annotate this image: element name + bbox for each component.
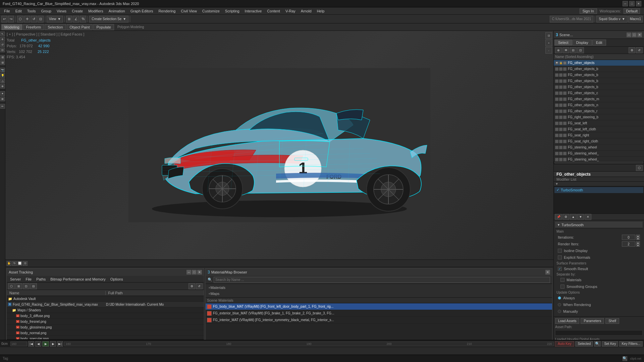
mod-tb-pin[interactable]: 📌 (555, 214, 562, 220)
am-paths[interactable]: Paths (34, 277, 48, 281)
asset-vault-row[interactable]: 📁 Autodesk Vault (7, 296, 204, 302)
key-search-btn[interactable]: 🔍 (594, 341, 601, 347)
scene-item-6[interactable]: ··· FG_other_objects_c (554, 90, 644, 96)
scene-item-7[interactable]: ··· FG_other_objects_m (554, 96, 644, 102)
asset-body3-row[interactable]: ▪ body_3_diffuse.png (7, 313, 204, 319)
menu-content[interactable]: Content (264, 8, 283, 14)
redo-button[interactable]: ↪ (8, 16, 14, 22)
menu-help[interactable]: Help (314, 8, 327, 14)
explicit-normals-cb[interactable] (558, 255, 562, 259)
scene-item-2[interactable]: · · · FG_other_objects_b (554, 66, 644, 72)
isoline-cb[interactable] (558, 249, 562, 253)
tab-freeform[interactable]: Freeform (23, 24, 44, 30)
render-iter-down[interactable]: ▼ (636, 244, 640, 247)
scene-filter-4[interactable]: ⊡ (577, 47, 584, 53)
mat-item-list[interactable]: FG_body_blue_MAT (VRayMtl) [FG_front_lef… (206, 303, 552, 346)
lt-scale[interactable]: ⊡ (0, 48, 5, 52)
scene-minimize[interactable]: ─ (627, 33, 631, 37)
tab-selection[interactable]: Selection (45, 24, 66, 30)
turbosm-section-header[interactable]: TurboSmooth (555, 222, 643, 228)
scene-item-14[interactable]: ··· FG_seat_right_cloth (554, 138, 644, 144)
percent-snap[interactable]: % (80, 16, 86, 22)
am-file[interactable]: File (23, 277, 34, 281)
materials-cb[interactable] (560, 278, 565, 282)
lt-link[interactable]: ⛓ (0, 55, 5, 60)
scene-item-3[interactable]: ··· FG_other_objects_b (554, 72, 644, 78)
scene-item-11[interactable]: ··· FG_seat_left (554, 120, 644, 126)
scene-item-16[interactable]: ··· FG_steering_wheel_ (554, 150, 644, 157)
scene-filter-2[interactable]: 👁 (562, 47, 569, 53)
scene-item-5[interactable]: ··· FG_other_objects_b (554, 84, 644, 90)
scene-item-10[interactable]: ··· FG_right_steering_b (554, 114, 644, 120)
scene-close[interactable]: ✕ (637, 33, 642, 37)
menu-modifiers[interactable]: Modifiers (86, 8, 106, 14)
scene-item-17[interactable]: ··· FG_steering_wheel_ (554, 157, 644, 161)
smooth-result-cb[interactable] (558, 267, 562, 271)
scene-tab-display[interactable]: Display (573, 40, 592, 46)
menu-tools[interactable]: Tools (24, 8, 39, 14)
scene-filter-icon[interactable]: ⬡ (636, 165, 643, 171)
prev-key-btn[interactable]: ◀ (35, 341, 41, 347)
macro1-button[interactable]: Macro1 (628, 16, 643, 22)
scene-settings[interactable]: ⚙ (629, 47, 635, 53)
turbosm-item[interactable]: ✓ TurboSmooth (554, 187, 643, 193)
window-controls[interactable]: ─ □ ✕ (623, 1, 641, 6)
scene-item-13[interactable]: ··· FG_seat_right (554, 132, 644, 138)
scene-item-fg-other[interactable]: 👁 🔒 ⬡ FG_other_objects (554, 60, 644, 66)
zoom-extent[interactable]: ⊡ (545, 32, 552, 39)
menu-edit[interactable]: Edit (13, 8, 24, 14)
menu-views[interactable]: Views (54, 8, 69, 14)
mat-section-materials[interactable]: Materials (207, 285, 551, 291)
mat-search-input[interactable] (214, 277, 550, 283)
iter-value[interactable]: 0 (622, 235, 635, 240)
scene-tab-edit[interactable]: Edit (592, 40, 606, 46)
play-btn[interactable]: ▶ (42, 341, 49, 347)
workspace-dropdown[interactable]: Default (624, 8, 640, 14)
scene-refresh[interactable]: ↺ (636, 47, 643, 53)
manually-radio[interactable] (558, 310, 561, 313)
zoom-in[interactable]: + (545, 40, 552, 46)
vp-zoom-region[interactable]: ⬜ (17, 261, 22, 266)
lt-camera[interactable]: 📷 (0, 68, 5, 72)
scene-item-9[interactable]: ··· FG_other_objects_r (554, 108, 644, 114)
scene-filter-3[interactable]: ⊟ (570, 47, 577, 53)
scene-maximize[interactable]: □ (632, 33, 637, 37)
menu-civil-view[interactable]: Civil View (178, 8, 199, 14)
next-key-btn[interactable]: ▶ (50, 341, 56, 347)
am-options[interactable]: Options (108, 277, 125, 281)
am-server[interactable]: Server (8, 277, 23, 281)
tab-populate[interactable]: Populate (93, 24, 114, 30)
lt-unlink[interactable]: ⛓ (0, 60, 5, 65)
load-assets-btn[interactable]: Load Assets (555, 318, 579, 324)
asset-list[interactable]: 📁 Autodesk Vault 3 Ford_GT40_Racing_Car_… (7, 296, 204, 339)
asset-tb-4[interactable]: ⊟ (30, 283, 37, 289)
tab-modeling[interactable]: Modeling (1, 24, 22, 30)
viewport[interactable]: [ + ] [ Perspective ] [ Standard ] [ Edg… (5, 31, 553, 259)
mod-tb-move-down[interactable]: ▼ (577, 214, 584, 220)
mat-item-3[interactable]: FG_interior_MAT (VRayMtl) [FG_interior_s… (206, 317, 552, 323)
menu-arnold[interactable]: Arnold (298, 8, 314, 14)
mod-tb-delete[interactable]: ✕ (585, 214, 591, 220)
lt-geo[interactable]: ⊕ (0, 84, 5, 88)
rotate-button[interactable]: ↺ (31, 16, 37, 22)
tab-object-paint[interactable]: Object Paint (67, 24, 93, 30)
lt-space[interactable]: ⊞ (0, 97, 5, 101)
scene-item-12[interactable]: ··· FG_seat_left_cloth (554, 126, 644, 132)
lt-light[interactable]: 💡 (0, 73, 5, 78)
lt-helpers[interactable]: ✦ (0, 91, 5, 96)
lt-select[interactable]: ↖ (0, 32, 5, 36)
statusbar-search[interactable]: 🔍 (623, 356, 627, 361)
smoothing-groups-cb[interactable] (560, 285, 565, 289)
scene-tab-select[interactable]: Select (554, 40, 572, 46)
squid-studio[interactable]: Squid Studio v ▼ (596, 16, 627, 22)
set-key-btn[interactable]: Set Key (602, 341, 618, 347)
iter-up[interactable]: ▲ (636, 235, 640, 237)
key-filters-btn[interactable]: Key Filters... (619, 341, 643, 347)
maximize-button[interactable]: □ (629, 1, 635, 6)
asset-body-fresnel-row[interactable]: ▪ body_fresnel.png (7, 319, 204, 324)
iter-spinners[interactable]: ▲ ▼ (636, 235, 640, 240)
asset-minimize[interactable]: ─ (186, 270, 191, 275)
render-iter-up[interactable]: ▲ (636, 241, 640, 244)
close-button[interactable]: ✕ (636, 1, 641, 6)
mat-section-maps[interactable]: Maps (207, 291, 551, 297)
